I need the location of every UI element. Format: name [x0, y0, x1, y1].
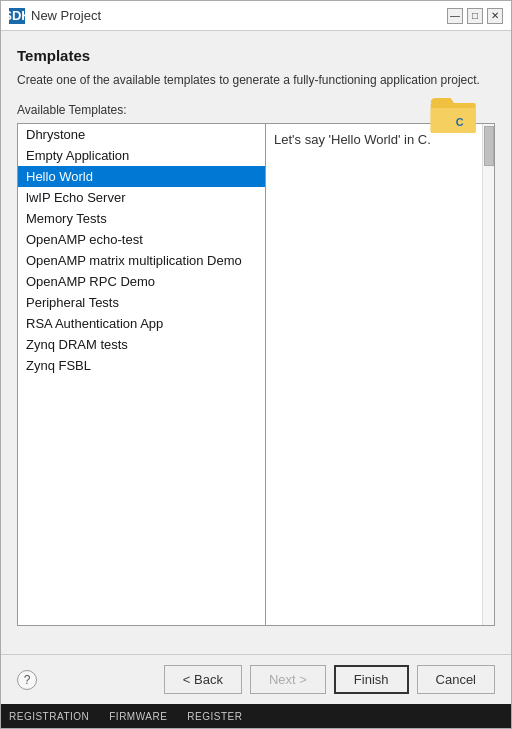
titlebar-left: SDK New Project	[9, 8, 101, 24]
back-button[interactable]: < Back	[164, 665, 242, 694]
help-button[interactable]: ?	[17, 670, 37, 690]
template-item[interactable]: OpenAMP matrix multiplication Demo	[18, 250, 265, 271]
taskbar-item: FIRMWARE	[109, 711, 167, 722]
template-item[interactable]: Dhrystone	[18, 124, 265, 145]
template-item[interactable]: Zynq DRAM tests	[18, 334, 265, 355]
template-item[interactable]: Hello World	[18, 166, 265, 187]
titlebar-title: New Project	[31, 8, 101, 23]
header-section: Templates Create one of the available te…	[17, 47, 495, 103]
available-templates-label: Available Templates:	[17, 103, 495, 117]
window: SDK New Project — □ ✕ Templates Create o…	[0, 0, 512, 729]
template-item[interactable]: Memory Tests	[18, 208, 265, 229]
template-item[interactable]: OpenAMP echo-test	[18, 229, 265, 250]
template-list[interactable]: DhrystoneEmpty ApplicationHello WorldlwI…	[18, 124, 266, 625]
taskbar-item: REGISTER	[187, 711, 242, 722]
template-item[interactable]: lwIP Echo Server	[18, 187, 265, 208]
close-button[interactable]: ✕	[487, 8, 503, 24]
bottom-bar: ? < Back Next > Finish Cancel	[1, 654, 511, 704]
titlebar: SDK New Project — □ ✕	[1, 1, 511, 31]
template-description-text: Let's say 'Hello World' in C.	[274, 132, 431, 147]
maximize-button[interactable]: □	[467, 8, 483, 24]
main-content: Templates Create one of the available te…	[1, 31, 511, 654]
templates-area: DhrystoneEmpty ApplicationHello WorldlwI…	[17, 123, 495, 626]
template-item[interactable]: Empty Application	[18, 145, 265, 166]
finish-button[interactable]: Finish	[334, 665, 409, 694]
titlebar-buttons: — □ ✕	[447, 8, 503, 24]
description-scrollbar[interactable]	[482, 124, 494, 625]
cancel-button[interactable]: Cancel	[417, 665, 495, 694]
template-item[interactable]: Peripheral Tests	[18, 292, 265, 313]
scrollbar-thumb	[484, 126, 494, 166]
taskbar-hint: REGISTRATIONFIRMWAREREGISTER	[1, 704, 511, 728]
taskbar-item: REGISTRATION	[9, 711, 89, 722]
section-title: Templates	[17, 47, 495, 64]
next-button[interactable]: Next >	[250, 665, 326, 694]
template-description-panel: Let's say 'Hello World' in C.	[266, 124, 494, 625]
description-text: Create one of the available templates to…	[17, 72, 495, 89]
template-item[interactable]: OpenAMP RPC Demo	[18, 271, 265, 292]
template-item[interactable]: Zynq FSBL	[18, 355, 265, 376]
sdk-icon: SDK	[9, 8, 25, 24]
template-item[interactable]: RSA Authentication App	[18, 313, 265, 334]
button-group: < Back Next > Finish Cancel	[164, 665, 495, 694]
minimize-button[interactable]: —	[447, 8, 463, 24]
